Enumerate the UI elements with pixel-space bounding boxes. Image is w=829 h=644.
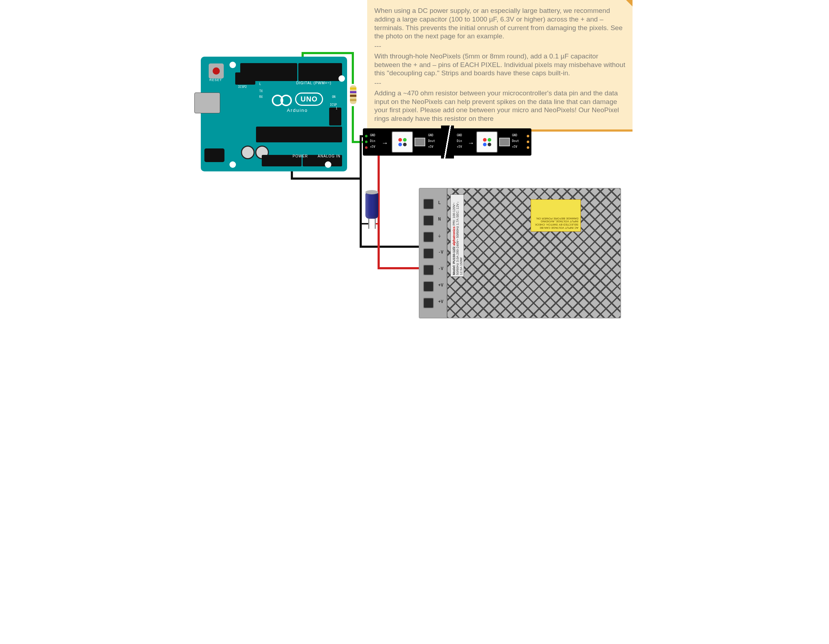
capacitor-top	[366, 190, 378, 194]
dout-label: Dout	[512, 140, 519, 143]
5v-out-label: +5V	[428, 145, 433, 148]
resistor-band	[350, 94, 356, 97]
psu-model: Model: PU150-12/2	[452, 246, 456, 275]
terminal-plus-v[interactable]	[423, 298, 434, 309]
resistor-body	[350, 85, 356, 104]
smd-cap	[414, 138, 425, 146]
resistor-band	[350, 88, 356, 90]
pad-5v-in	[365, 146, 367, 149]
capacitor-leads	[366, 219, 378, 229]
mounting-hole	[230, 62, 236, 68]
terminal-minus-v[interactable]	[423, 248, 434, 259]
resistor-band	[350, 91, 356, 93]
terminal-l[interactable]	[423, 198, 434, 209]
atmega-chip	[256, 127, 342, 142]
gnd-in-label: GND	[370, 134, 375, 137]
terminal-n[interactable]	[423, 215, 434, 226]
digital-pin-header	[240, 63, 342, 81]
reset-button[interactable]	[209, 63, 224, 79]
neopixel-led	[476, 131, 498, 153]
dc-power-supply: L N ⏚ -V -V +V +V Model: PU150-12/2 alph…	[419, 188, 621, 318]
terminal-label: -V	[438, 250, 443, 255]
terminal-label: ⏚	[438, 233, 441, 238]
arduino-uno-board: RESET ICSP2 ICSP 1 DIGITAL (PWM=~) TX RX…	[201, 57, 347, 172]
terminal-earth[interactable]	[423, 231, 434, 242]
gnd-in-label: GND	[457, 134, 462, 137]
smd-cap	[499, 138, 510, 146]
terminal-minus-v[interactable]	[423, 265, 434, 276]
resistor-band	[350, 99, 356, 101]
note-paragraph-2: With through-hole NeoPixels (5mm or 8mm …	[374, 52, 625, 77]
capacitor-body	[366, 192, 378, 219]
board-model: UNO	[295, 93, 323, 106]
psu-model-sticker: Model: PU150-12/2 alphatronics PRI: 100-…	[450, 194, 464, 277]
icsp-label: ICSP	[330, 103, 337, 107]
5v-in-label: +5V	[457, 145, 462, 148]
terminal-label: +V	[438, 283, 443, 288]
gnd-out-label: GND	[512, 134, 517, 137]
board-brand: Arduino	[272, 107, 323, 113]
din-label: Din	[370, 140, 375, 143]
5v-out-label: +5V	[512, 145, 517, 148]
infinity-icon	[272, 94, 292, 106]
note-paragraph-3: Adding a ~470 ohm resistor between your …	[374, 89, 625, 123]
arduino-logo: UNO Arduino	[272, 93, 323, 113]
usb-port	[194, 93, 220, 113]
mounting-hole	[230, 161, 236, 168]
best-practice-note: When using a DC power supply, or an espe…	[367, 0, 632, 132]
psu-brand: alphatronics	[452, 226, 456, 246]
psu-warning-sticker: AC INPUT VOLTAGE CAN BE SELECTED BY SWIT…	[531, 199, 581, 231]
data-line-resistor	[348, 84, 358, 106]
5v-in-label: +5V	[370, 145, 375, 148]
gnd-out-label: GND	[428, 134, 433, 137]
terminal-label: -V	[438, 266, 443, 271]
note-paragraph-1: When using a DC power supply, or an espe…	[374, 6, 625, 41]
terminal-label: N	[438, 217, 441, 222]
neopixel-strip: GND Din +5V → GND Dout +5V GND Din +5V →…	[363, 128, 531, 156]
tx-label: TX	[259, 90, 263, 93]
terminal-label: +V	[438, 299, 443, 304]
on-label: ON	[332, 95, 336, 99]
flow-arrow-icon: →	[468, 140, 474, 147]
icsp-pin1: 1	[336, 107, 337, 110]
pad-din	[365, 140, 367, 143]
pad-gnd-in	[365, 135, 367, 137]
rx-label: RX	[259, 95, 263, 99]
l-label: L	[259, 82, 261, 86]
psu-terminal-block: L N ⏚ -V -V +V +V	[419, 189, 448, 318]
mounting-hole	[325, 161, 331, 168]
flow-arrow-icon: →	[381, 140, 388, 147]
dc-barrel-jack	[204, 148, 224, 162]
icsp2-label: ICSP2	[238, 85, 247, 88]
dout-label: Dout	[428, 140, 435, 143]
reset-label: RESET	[210, 78, 222, 82]
pad-5v-out	[527, 146, 529, 149]
neopixel-led	[392, 131, 413, 153]
bulk-capacitor	[366, 190, 378, 229]
wire-red-5v	[373, 148, 426, 268]
note-separator: ---	[374, 79, 625, 88]
note-separator: ---	[374, 42, 625, 50]
terminal-label: L	[438, 200, 441, 205]
analog-header-label: ANALOG IN	[318, 154, 340, 158]
pad-gnd-out	[527, 135, 529, 137]
digital-header-label: DIGITAL (PWM=~)	[296, 81, 331, 85]
din-label: Din	[457, 140, 462, 143]
terminal-plus-v[interactable]	[423, 281, 434, 292]
power-header-label: POWER	[293, 154, 308, 158]
pad-dout	[527, 140, 529, 143]
strip-cut-break	[441, 126, 454, 159]
mounting-hole	[339, 75, 345, 82]
icsp-header	[329, 107, 341, 126]
